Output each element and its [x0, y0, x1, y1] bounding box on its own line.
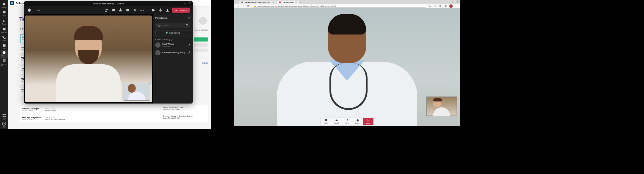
back-icon[interactable]: ←: [236, 4, 240, 8]
svg-rect-4: [4, 114, 6, 115]
more-icon[interactable]: ⋯: [139, 8, 144, 13]
participant-row[interactable]: Scott WilsonOrganiser 🎤: [153, 41, 193, 49]
rail-calendar[interactable]: Calendar: [1, 26, 8, 34]
self-video-pip[interactable]: [426, 97, 457, 116]
people-icon[interactable]: [104, 8, 109, 13]
rail-apps[interactable]: Apps: [1, 112, 8, 120]
devices-button[interactable]: Devices: [352, 118, 363, 125]
leave-button[interactable]: Leave: [363, 118, 373, 125]
status-pill[interactable]: [194, 49, 208, 52]
mic-icon[interactable]: 🎤: [187, 44, 190, 46]
svg-rect-3: [3, 114, 4, 115]
maximize-icon[interactable]: ▢: [184, 1, 186, 4]
documents-list: Test Consent For Care01/24/2022 11:55 PM…: [161, 105, 208, 123]
extension-icon[interactable]: ⚙: [444, 4, 447, 8]
favicon-icon: [279, 1, 281, 3]
rail-calls[interactable]: Calls: [1, 34, 8, 42]
call-controls: Chat Turn off Mute Devices Leave: [320, 118, 374, 125]
resize-handle-icon[interactable]: ⋮⋮: [452, 120, 458, 123]
minimize-icon[interactable]: ─: [448, 0, 450, 3]
camera-icon[interactable]: [151, 8, 156, 13]
lock-icon: 🔒: [254, 5, 256, 7]
rail-teams[interactable]: Teams: [1, 18, 8, 26]
rail-tasks[interactable]: Tasks by Pla…: [1, 58, 8, 67]
browser-tab[interactable]: Online Check-In✕: [277, 1, 300, 4]
search-icon: 🔍: [186, 24, 189, 26]
svg-point-2: [3, 51, 5, 54]
svg-point-14: [134, 10, 135, 11]
mic-button[interactable]: Mute: [342, 118, 352, 125]
close-panel-icon[interactable]: ✕: [188, 16, 190, 19]
rail-chat[interactable]: Chat: [1, 9, 8, 18]
profile-icon[interactable]: [449, 4, 453, 8]
svg-point-11: [107, 9, 108, 10]
browser-toolbar: ← → ⟳ 🔒 https://patient.cat.visitnow.org…: [234, 4, 460, 8]
avatar: [155, 50, 160, 55]
participants-title: Participants: [155, 17, 168, 19]
svg-rect-12: [127, 9, 129, 11]
menu-icon[interactable]: ⋯: [455, 4, 458, 8]
details-link[interactable]: Details: [193, 62, 208, 64]
shield-icon[interactable]: [27, 8, 32, 13]
maximize-icon[interactable]: ▢: [452, 0, 455, 3]
solo-logo-icon: O: [10, 1, 14, 5]
browser-window: Check-in online – jravvilsom.com…✕ Onlin…: [234, 0, 460, 126]
status-indicator-green[interactable]: [194, 37, 208, 42]
participants-section-header[interactable]: ▾ In this meeting (2): [153, 37, 193, 41]
meeting-window: Session with Berney D Wilson ─ ▢ ✕ 01:09…: [24, 1, 193, 104]
rail-help[interactable]: ?Help: [1, 120, 8, 129]
more-icon[interactable]: ⋯: [185, 16, 187, 19]
app-title: Solo –: [16, 2, 24, 5]
refresh-icon[interactable]: ⟳: [247, 4, 250, 8]
teams-rail: Activity Chat Teams Calendar Calls Files…: [0, 0, 8, 129]
share-invite-button[interactable]: 🔗 Share invite: [155, 30, 190, 35]
rail-files[interactable]: Files: [1, 42, 8, 50]
chat-button[interactable]: Chat: [321, 118, 331, 125]
favorite-icon[interactable]: ☆: [433, 4, 437, 8]
link-icon: 🔗: [165, 32, 168, 34]
participant-row[interactable]: Berney D Wilson (Guest) 🎤: [153, 49, 193, 56]
apps-icon[interactable]: [132, 8, 137, 13]
close-icon[interactable]: ✕: [189, 1, 191, 4]
close-tab-icon[interactable]: ✕: [295, 1, 297, 4]
collections-icon[interactable]: ⊞: [439, 4, 442, 8]
rail-activity[interactable]: Activity: [1, 1, 8, 9]
meeting-titlebar[interactable]: Session with Berney D Wilson ─ ▢ ✕: [24, 1, 193, 6]
rail-more[interactable]: ⋯: [1, 67, 8, 75]
address-bar[interactable]: 🔒 https://patient.cat.visitnow.org/acs/m…: [252, 5, 426, 8]
remote-video: [271, 13, 423, 119]
chevron-down-icon: ▾: [186, 9, 187, 12]
mic-icon[interactable]: [158, 8, 163, 13]
camera-button[interactable]: Turn off: [331, 118, 342, 125]
status-stack: [194, 43, 208, 54]
browser-tabstrip: Check-in online – jravvilsom.com…✕ Onlin…: [234, 0, 460, 4]
video-call-page: Chat Turn off Mute Devices Leave ⋮⋮: [234, 8, 460, 126]
participant-video: [50, 20, 127, 102]
document-row[interactable]: Test Consent For Care01/24/2022 11:55 PM: [161, 105, 208, 114]
mic-icon[interactable]: 🎤: [187, 51, 190, 54]
status-pill[interactable]: [194, 43, 208, 47]
chat-icon[interactable]: [111, 8, 116, 13]
share-icon[interactable]: [165, 8, 170, 13]
forward-icon[interactable]: →: [241, 4, 245, 8]
favicon-icon: [241, 1, 243, 3]
meeting-timer: 01:09: [34, 9, 40, 12]
browser-tab[interactable]: Check-in online – jravvilsom.com…✕: [239, 1, 277, 4]
document-row[interactable]: Testing History of Present Illness01/24/…: [161, 114, 208, 123]
close-tab-icon[interactable]: ✕: [272, 1, 274, 4]
solo-id: Solo ID 1310980: [193, 29, 208, 31]
main-video[interactable]: [25, 15, 152, 102]
leave-button[interactable]: Leave▾: [172, 8, 190, 13]
minimize-icon[interactable]: ─: [180, 1, 181, 4]
close-icon[interactable]: ✕: [456, 0, 459, 3]
svg-rect-6: [4, 116, 6, 117]
reactions-icon[interactable]: [118, 8, 123, 13]
participant-search[interactable]: Type a name 🔍: [155, 23, 190, 28]
meeting-toolbar: 01:09 ⋯ Leave▾: [24, 6, 193, 14]
read-aloud-icon[interactable]: A: [428, 4, 432, 8]
svg-point-10: [106, 9, 107, 10]
rail-solo-app[interactable]: Solo – CAT…: [1, 50, 8, 58]
new-tab-button[interactable]: ＋: [300, 1, 304, 4]
self-video-pip[interactable]: [124, 83, 150, 101]
rooms-icon[interactable]: [125, 8, 130, 13]
